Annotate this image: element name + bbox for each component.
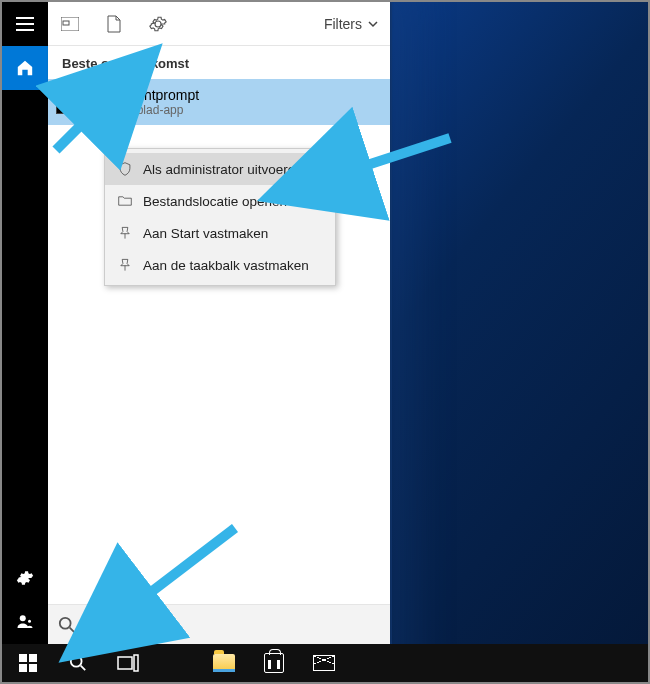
pin-icon — [117, 225, 133, 241]
search-results-panel: Filters Beste overeenkomst Opdrachtpromp… — [48, 2, 390, 644]
search-input[interactable]: cmd — [86, 616, 114, 633]
menu-pin-to-taskbar[interactable]: Aan de taakbalk vastmaken — [105, 249, 335, 281]
chevron-down-icon — [368, 19, 378, 29]
apps-icon[interactable] — [60, 14, 80, 34]
svg-rect-6 — [118, 657, 132, 669]
context-menu: Als administrator uitvoeren Bestandsloca… — [104, 148, 336, 286]
task-view-icon[interactable] — [106, 644, 150, 682]
store-icon[interactable] — [252, 644, 296, 682]
result-title: Opdrachtprompt — [98, 87, 199, 103]
taskbar-search-icon[interactable] — [56, 644, 100, 682]
pin-icon — [117, 257, 133, 273]
filters-label: Filters — [324, 16, 362, 32]
svg-point-1 — [28, 620, 31, 623]
menu-run-as-admin[interactable]: Als administrator uitvoeren — [105, 153, 335, 185]
cmd-thumbnail-icon — [56, 90, 86, 114]
user-icon[interactable] — [2, 600, 48, 644]
settings-tab-icon[interactable] — [148, 14, 168, 34]
svg-rect-7 — [134, 655, 138, 671]
svg-point-5 — [71, 656, 82, 667]
documents-icon[interactable] — [104, 14, 124, 34]
svg-point-0 — [20, 615, 26, 621]
mail-icon[interactable] — [302, 644, 346, 682]
windows-logo-icon — [19, 654, 37, 672]
search-topbar: Filters — [48, 2, 390, 46]
svg-rect-3 — [63, 21, 69, 25]
start-button[interactable] — [6, 644, 50, 682]
file-explorer-icon[interactable] — [202, 644, 246, 682]
menu-item-label: Aan Start vastmaken — [143, 226, 268, 241]
search-icon — [58, 616, 76, 634]
menu-item-label: Bestandslocatie openen — [143, 194, 287, 209]
section-header: Beste overeenkomst — [48, 46, 390, 79]
menu-pin-to-start[interactable]: Aan Start vastmaken — [105, 217, 335, 249]
folder-open-icon — [117, 193, 133, 209]
result-subtitle: Bureaublad-app — [98, 103, 199, 117]
filters-dropdown[interactable]: Filters — [324, 16, 378, 32]
shield-icon — [117, 161, 133, 177]
menu-item-label: Aan de taakbalk vastmaken — [143, 258, 309, 273]
hamburger-icon[interactable] — [2, 2, 48, 46]
svg-rect-2 — [61, 17, 79, 31]
settings-icon[interactable] — [2, 556, 48, 600]
search-sidebar — [2, 2, 48, 644]
best-match-result[interactable]: Opdrachtprompt Bureaublad-app — [48, 79, 390, 125]
menu-open-file-location[interactable]: Bestandslocatie openen — [105, 185, 335, 217]
menu-item-label: Als administrator uitvoeren — [143, 162, 303, 177]
search-box[interactable]: cmd — [48, 604, 390, 644]
svg-point-4 — [60, 617, 71, 628]
taskbar — [2, 644, 648, 682]
home-icon[interactable] — [2, 46, 48, 90]
text-caret — [115, 616, 116, 634]
